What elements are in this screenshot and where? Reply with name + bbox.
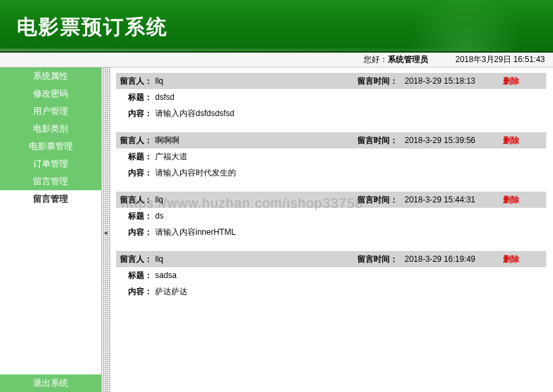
time-label: 留言时间： (357, 76, 405, 87)
content-label: 内容： (116, 108, 155, 119)
message-content-row: 内容：请输入内容时代发生的 (116, 165, 546, 181)
time-value: 2018-3-29 16:19:49 (405, 254, 499, 264)
author-value: llq (155, 254, 357, 264)
message-title-row: 标题：sadsa (116, 267, 546, 283)
author-value: llq (155, 195, 357, 204)
message-header: 留言人：llq留言时间：2018-3-29 15:18:13删除 (116, 73, 546, 89)
message-content-row: 内容：请输入内容dsfdsdsfsd (116, 105, 546, 121)
title-value: 广福大道 (155, 151, 546, 163)
nav-item-6[interactable]: 留言管理 (0, 173, 101, 190)
time-label: 留言时间： (357, 194, 405, 206)
title-value: dsfsd (155, 92, 546, 102)
message-content-row: 内容：萨达萨达 (116, 283, 546, 300)
content-value: 请输入内容dsfdsdsfsd (155, 108, 546, 119)
message-item: 留言人：llq留言时间：2018-3-29 15:18:13删除标题：dsfsd… (116, 73, 546, 121)
message-title-row: 标题：广福大道 (116, 148, 546, 165)
message-header: 留言人：啊啊啊留言时间：2018-3-29 15:39:56删除 (116, 132, 546, 148)
top-info-bar: 您好：系统管理员 2018年3月29日 16:51:43 (0, 53, 553, 67)
nav-item-0[interactable]: 系统属性 (0, 67, 101, 85)
nav-item-5[interactable]: 订单管理 (0, 155, 101, 173)
message-header: 留言人：llq留言时间：2018-3-29 16:19:49删除 (116, 251, 546, 267)
app-header: 电影票预订系统 (0, 0, 553, 53)
time-value: 2018-3-29 15:39:56 (405, 136, 499, 145)
title-value: sadsa (155, 271, 546, 280)
message-item: 留言人：啊啊啊留言时间：2018-3-29 15:39:56删除标题：广福大道内… (116, 132, 546, 181)
author-value: 啊啊啊 (155, 135, 357, 146)
nav-item-7[interactable]: 留言管理 (0, 190, 101, 208)
title-label: 标题： (116, 151, 155, 163)
title-label: 标题： (116, 211, 155, 222)
content-area: 留言人：llq留言时间：2018-3-29 15:18:13删除标题：dsfsd… (111, 67, 553, 392)
content-label: 内容： (116, 167, 155, 179)
delete-button[interactable]: 删除 (503, 135, 519, 146)
content-value: 萨达萨达 (155, 286, 546, 298)
author-label: 留言人： (116, 135, 155, 146)
app-title: 电影票预订系统 (0, 0, 553, 41)
author-label: 留言人： (116, 254, 155, 265)
time-label: 留言时间： (357, 135, 405, 146)
nav-item-3[interactable]: 电影类别 (0, 120, 101, 138)
message-content-row: 内容：请输入内容innerHTML (116, 224, 546, 240)
time-label: 留言时间： (357, 254, 405, 265)
greeting: 您好：系统管理员 (363, 54, 428, 65)
message-item: 留言人：llq留言时间：2018-3-29 15:44:31删除标题：ds内容：… (116, 192, 546, 240)
sidebar-splitter[interactable] (101, 67, 111, 392)
message-item: 留言人：llq留言时间：2018-3-29 16:19:49删除标题：sadsa… (116, 251, 546, 300)
logout-button[interactable]: 退出系统 (0, 374, 101, 392)
content-value: 请输入内容innerHTML (155, 227, 546, 238)
sidebar: 系统属性修改密码用户管理电影类别电影票管理订单管理留言管理留言管理 退出系统 (0, 67, 101, 392)
message-title-row: 标题：dsfsd (116, 89, 546, 105)
title-label: 标题： (116, 270, 155, 281)
content-value: 请输入内容时代发生的 (155, 167, 546, 179)
nav-menu: 系统属性修改密码用户管理电影类别电影票管理订单管理留言管理留言管理 (0, 67, 101, 208)
nav-item-2[interactable]: 用户管理 (0, 103, 101, 120)
message-title-row: 标题：ds (116, 208, 546, 224)
message-header: 留言人：llq留言时间：2018-3-29 15:44:31删除 (116, 192, 546, 208)
nav-item-1[interactable]: 修改密码 (0, 85, 101, 103)
delete-button[interactable]: 删除 (503, 194, 519, 206)
content-label: 内容： (116, 227, 155, 238)
author-label: 留言人： (116, 76, 155, 87)
time-value: 2018-3-29 15:44:31 (405, 195, 499, 204)
delete-button[interactable]: 删除 (503, 76, 519, 87)
nav-item-4[interactable]: 电影票管理 (0, 138, 101, 155)
current-datetime: 2018年3月29日 16:51:43 (455, 54, 545, 65)
content-label: 内容： (116, 286, 155, 298)
title-label: 标题： (116, 92, 155, 103)
time-value: 2018-3-29 15:18:13 (405, 76, 499, 86)
title-value: ds (155, 211, 546, 221)
author-value: llq (155, 76, 357, 86)
current-user: 系统管理员 (388, 55, 428, 64)
author-label: 留言人： (116, 194, 155, 206)
delete-button[interactable]: 删除 (503, 254, 519, 265)
